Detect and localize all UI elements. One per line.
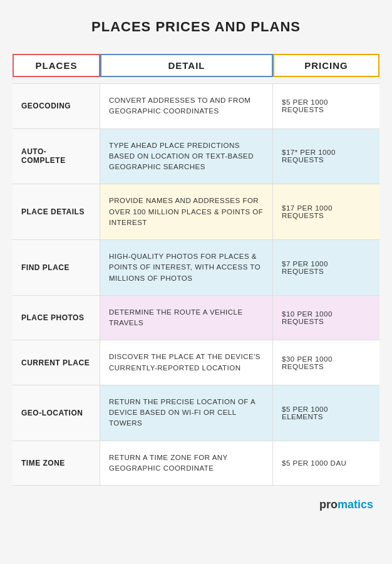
row-pricing-time-zone: $5 PER 1000 DAU — [273, 441, 379, 486]
row-detail-find-place: HIGH-QUALITY PHOTOS FOR PLACES & POINTS … — [100, 240, 273, 295]
row-detail-place-photos: DETERMINE THE ROUTE A VEHICLE TRAVELS — [100, 296, 273, 340]
table-row: PLACE DETAILS PROVIDE NAMES AND ADDRESSE… — [13, 184, 379, 239]
header-pricing: PRICING — [273, 54, 379, 77]
row-pricing-geo-location: $5 PER 1000 ELEMENTS — [273, 385, 379, 441]
row-pricing-find-place: $7 PER 1000 REQUESTS — [273, 240, 379, 295]
header-detail: DETAIL — [100, 54, 273, 77]
row-name-current-place: CURRENT PLACE — [13, 340, 100, 385]
header-places: PLACES — [13, 54, 100, 77]
table-row: TIME ZONE RETURN A TIME ZONE FOR ANY GEO… — [13, 441, 379, 486]
table-row: GEO-LOCATION RETURN THE PRECISE LOCATION… — [13, 385, 379, 441]
table-row: GEOCODING CONVERT ADDRESSES TO AND FROM … — [13, 83, 379, 128]
row-detail-geocoding: CONVERT ADDRESSES TO AND FROM GEOGRAPHIC… — [100, 84, 273, 128]
table-row: CURRENT PLACE DISCOVER THE PLACE AT THE … — [13, 340, 379, 385]
row-detail-current-place: DISCOVER THE PLACE AT THE DEVICE'S CURRE… — [100, 340, 273, 385]
row-pricing-current-place: $30 PER 1000 REQUESTS — [273, 340, 379, 385]
row-pricing-place-photos: $10 PER 1000 REQUESTS — [273, 296, 379, 340]
row-name-time-zone: TIME ZONE — [13, 441, 100, 486]
row-pricing-place-details: $17 PER 1000 REQUESTS — [273, 184, 379, 239]
row-name-find-place: FIND PLACE — [13, 240, 100, 295]
row-detail-geo-location: RETURN THE PRECISE LOCATION OF A DEVICE … — [100, 385, 273, 441]
brand-footer: promatics — [13, 498, 379, 511]
row-pricing-auto-complete: $17* PER 1000 REQUESTS — [273, 129, 379, 184]
row-name-geo-location: GEO-LOCATION — [13, 385, 100, 441]
row-pricing-geocoding: $5 PER 1000 REQUESTS — [273, 84, 379, 128]
row-detail-place-details: PROVIDE NAMES AND ADDRESSES FOR OVER 100… — [100, 184, 273, 239]
table-body: GEOCODING CONVERT ADDRESSES TO AND FROM … — [13, 83, 379, 486]
row-name-place-photos: PLACE PHOTOS — [13, 296, 100, 340]
row-name-geocoding: GEOCODING — [13, 84, 100, 128]
brand-pro: pro — [319, 498, 338, 511]
page-title: PLACES PRICES AND PLANS — [13, 19, 379, 35]
row-name-place-details: PLACE DETAILS — [13, 184, 100, 239]
row-detail-auto-complete: TYPE AHEAD PLACE PREDICTIONS BASED ON LO… — [100, 129, 273, 184]
brand-matics: matics — [338, 498, 373, 511]
table-row: AUTO- COMPLETE TYPE AHEAD PLACE PREDICTI… — [13, 128, 379, 184]
table-header: PLACES DETAIL PRICING — [13, 54, 379, 77]
pricing-table: PLACES DETAIL PRICING GEOCODING CONVERT … — [13, 54, 379, 486]
table-row: PLACE PHOTOS DETERMINE THE ROUTE A VEHIC… — [13, 295, 379, 340]
row-name-auto-complete: AUTO- COMPLETE — [13, 129, 100, 184]
row-detail-time-zone: RETURN A TIME ZONE FOR ANY GEOGRAPHIC CO… — [100, 441, 273, 486]
page-wrapper: PLACES PRICES AND PLANS PLACES DETAIL PR… — [0, 0, 392, 564]
table-row: FIND PLACE HIGH-QUALITY PHOTOS FOR PLACE… — [13, 239, 379, 295]
